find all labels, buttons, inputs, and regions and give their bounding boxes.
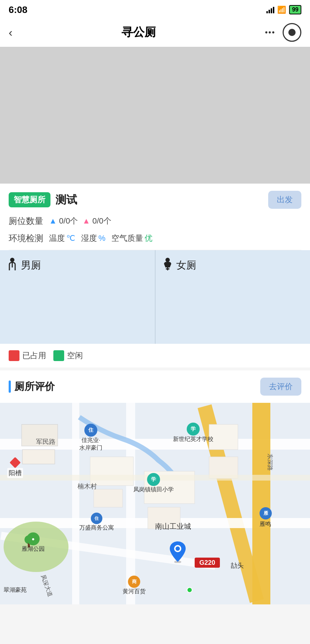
- female-person-icon: [163, 257, 173, 273]
- map-inner: G220 阳槽 军民路 住 佳兆业·水岸豪门 学 新世纪英才学校 楠: [0, 403, 310, 604]
- fenggang-label: 凤岗镇镇田小学: [133, 486, 174, 494]
- fenggang-icon: 学: [147, 473, 160, 486]
- xinshiji-wrap: 学 新世纪英才学校: [173, 423, 213, 443]
- yanming-label: 雁鸣: [260, 521, 271, 527]
- female-icon: ▲: [82, 216, 90, 226]
- nav-actions: •••: [265, 23, 301, 42]
- junminlu-label-wrap: 军民路: [36, 437, 56, 446]
- stall-count-row: 厕位数量 ▲ 0/0个 ▲ 0/0个: [9, 215, 301, 227]
- svg-rect-12: [252, 403, 270, 604]
- male-stall-count: ▲ 0/0个: [49, 216, 78, 226]
- env-label: 环境检测: [9, 233, 43, 244]
- nav-bar: ‹ 寻公厕 •••: [0, 18, 310, 47]
- male-person-icon: [7, 257, 17, 273]
- yanhu-wrap: ● 雁湖公园: [22, 532, 45, 553]
- battery-badge: 99: [289, 5, 301, 14]
- svg-rect-17: [22, 450, 55, 464]
- yanming-icon: 雁: [260, 507, 272, 519]
- svg-point-29: [176, 546, 180, 551]
- cuihu-label: 翠湖豪苑: [4, 587, 27, 593]
- female-count-value: 0/0个: [92, 216, 111, 226]
- back-button[interactable]: ‹: [9, 26, 13, 39]
- stall-section: 男厕 女厕: [0, 250, 310, 344]
- jiutou-label: 劼头: [231, 562, 244, 569]
- yanming-wrap: 雁 雁鸣: [260, 507, 272, 528]
- xinshiji-icon: 学: [187, 423, 200, 436]
- smart-toilet-badge: 智慧厕所: [9, 192, 50, 207]
- svg-rect-8: [72, 403, 79, 604]
- record-icon: [288, 29, 296, 36]
- wansheng-label: 万盛商务公寓: [79, 524, 114, 532]
- male-stall-title: 男厕: [21, 258, 41, 272]
- cuihu-wrap: 翠湖豪苑: [4, 586, 27, 594]
- environment-row: 环境检测 温度 ℃ 湿度 % 空气质量 优: [9, 233, 301, 250]
- huanghe-wrap: 商 黄河百货: [123, 576, 146, 595]
- air-value: 优: [145, 233, 152, 244]
- fenggang-wrap: 学 凤岗镇镇田小学: [133, 473, 174, 494]
- page-title: 寻公厕: [121, 24, 156, 40]
- stall-count-label: 厕位数量: [9, 215, 43, 227]
- svg-rect-19: [94, 489, 123, 507]
- go-review-button[interactable]: 去评价: [260, 378, 301, 396]
- humidity-item: 湿度 %: [81, 233, 106, 244]
- review-title-wrap: 厕所评价: [9, 380, 55, 393]
- female-stall-header: 女厕: [163, 257, 303, 273]
- female-stall-area: 女厕: [155, 250, 310, 344]
- bottom-map-section[interactable]: G220 阳槽 军民路 住 佳兆业·水岸豪门 学 新世纪英才学校 楠: [0, 403, 310, 604]
- record-button[interactable]: [283, 23, 301, 42]
- yangcao-pin: 阳槽: [7, 459, 23, 478]
- depart-button[interactable]: 出发: [268, 191, 301, 209]
- toilet-header: 智慧厕所 测试 出发: [9, 191, 301, 209]
- svg-point-2: [165, 258, 170, 262]
- male-stall-area: 男厕: [0, 250, 155, 344]
- xinshiji-label: 新世纪英才学校: [173, 436, 213, 443]
- yanhu-icon: ●: [27, 532, 40, 545]
- temperature-item: 温度 ℃: [49, 233, 75, 244]
- svg-rect-18: [90, 457, 133, 486]
- toilet-header-left: 智慧厕所 测试: [9, 192, 77, 207]
- air-quality-item: 空气质量 优: [111, 233, 152, 244]
- huanghe-label: 黄河百货: [123, 588, 146, 595]
- humid-unit: %: [98, 234, 106, 243]
- status-bar: 6:08 📶 99: [0, 0, 310, 18]
- jiutou-wrap: 劼头: [231, 561, 244, 570]
- signal-icon: [266, 6, 274, 13]
- occupied-color-swatch: [9, 350, 19, 361]
- occupied-label: 已占用: [22, 350, 46, 361]
- temp-label: 温度: [49, 233, 65, 244]
- review-section: 厕所评价 去评价: [0, 370, 310, 403]
- jiazhaoyeshui-icon: 住: [84, 424, 97, 437]
- more-button[interactable]: •••: [265, 28, 275, 37]
- review-bar-accent: [9, 380, 11, 393]
- svg-point-0: [10, 258, 14, 262]
- wansheng-wrap: 住 万盛商务公寓: [79, 513, 114, 532]
- male-icon: ▲: [49, 216, 57, 226]
- nanmu-label: 楠木村: [78, 483, 97, 490]
- junminlu-label: 军民路: [36, 438, 56, 445]
- dongshenglu-label: 东深路: [267, 454, 273, 471]
- svg-rect-11: [126, 403, 135, 604]
- wansheng-icon: 住: [91, 513, 102, 524]
- green-dot: [187, 587, 192, 593]
- free-color-swatch: [53, 350, 64, 361]
- nanshan-label: 南山工业城: [155, 522, 191, 530]
- free-label: 空闲: [67, 350, 83, 361]
- dongshenglu-wrap: 东深路: [266, 454, 274, 471]
- humid-label: 湿度: [81, 233, 97, 244]
- male-stall-header: 男厕: [7, 257, 148, 273]
- top-map-area[interactable]: [0, 47, 310, 184]
- free-legend: 空闲: [53, 350, 83, 361]
- occupied-legend: 已占用: [9, 350, 46, 361]
- yangcao-label: 阳槽: [7, 468, 23, 478]
- male-count-value: 0/0个: [59, 216, 78, 226]
- temp-unit: ℃: [66, 234, 75, 243]
- svg-rect-22: [209, 424, 238, 450]
- svg-text:G220: G220: [199, 559, 215, 566]
- review-title: 厕所评价: [14, 380, 55, 393]
- female-stall-title: 女厕: [176, 258, 196, 272]
- jiazhaoyeshui-wrap: 住 佳兆业·水岸豪门: [79, 424, 102, 452]
- air-label: 空气质量: [111, 233, 143, 244]
- status-icons: 📶 99: [266, 5, 301, 14]
- nanshan-wrap: 南山工业城: [155, 522, 191, 531]
- info-panel: 智慧厕所 测试 出发 厕位数量 ▲ 0/0个 ▲ 0/0个 环境检测 温度 ℃ …: [0, 184, 310, 250]
